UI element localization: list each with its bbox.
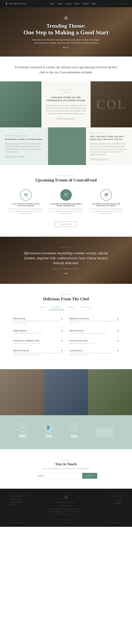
menu-item-desc-4: Alfino Carrots · Alfino Carrot · Theme ·… bbox=[69, 332, 119, 334]
nav-logo[interactable]: CENTRALFOOD bbox=[5, 2, 26, 5]
hero-dot-2[interactable] bbox=[65, 47, 67, 48]
three-col-section: FROM THE BLOG STRANGE STORY OF THE EMERG… bbox=[0, 81, 132, 128]
menu-item-desc-1: Risotto Antipasti Pasta · Big Gnocchi · … bbox=[13, 320, 63, 324]
footer-founded-text: Founded in 2009 by self taught performer… bbox=[47, 508, 80, 515]
feedback-dot-1[interactable] bbox=[63, 273, 64, 274]
gallery-image-2 bbox=[44, 369, 88, 415]
event-day-1: 12 bbox=[24, 193, 28, 196]
show-more-button[interactable]: SHOW MORE bbox=[55, 222, 77, 227]
social-right-text: Nulla consequat oportunit ornare id. Sim… bbox=[90, 142, 128, 156]
hero-dot-3[interactable] bbox=[68, 47, 69, 48]
intro-italic-2: atmosphere bbox=[67, 71, 81, 74]
social-left-link[interactable]: OUR FACEBOOK PAGE bbox=[5, 156, 25, 158]
event-text-1: Nulla consequat oportunit ornare id. Sim… bbox=[8, 208, 43, 215]
stat-clients-icon: 👤 bbox=[44, 424, 52, 432]
footer-address-title: OUR CENTRAL PARK bbox=[10, 495, 47, 497]
feedback-dot-2[interactable] bbox=[65, 273, 67, 274]
stat-awards-label: AWARDS bbox=[70, 440, 78, 441]
social-vimeo-icon[interactable]: v bbox=[124, 3, 124, 4]
footer-address-col: OUR CENTRAL PARK 220 CENTRAL PARK LONDON… bbox=[10, 495, 47, 506]
nav-home[interactable]: Home bbox=[49, 3, 55, 4]
stat-dishes-number: 983 bbox=[19, 434, 27, 439]
stat-awards-number: 356 bbox=[70, 434, 78, 439]
footer-twitter-link[interactable]: TWITTER bbox=[116, 498, 122, 500]
hero-dot-1[interactable] bbox=[63, 47, 64, 48]
menu-item-desc-2: Atlantic Seafood Soup · Clams · Prawns ·… bbox=[69, 320, 119, 324]
social-twitter-icon[interactable]: t bbox=[122, 3, 122, 4]
menu-item-3: FARM GREENS $9 Finest Antipasti Pasta · … bbox=[10, 327, 66, 337]
footer-copyright: CentralFood 2016 bbox=[61, 522, 72, 524]
newsletter-email-input[interactable] bbox=[35, 473, 82, 479]
stat-clients-label: CLIENTS bbox=[44, 440, 52, 441]
tab-desserts[interactable]: DESSERTS bbox=[78, 305, 94, 310]
hero-dots bbox=[63, 47, 69, 48]
menu-item-5: FAIRYTALE PUMPKIN SOUP $9 Asinine Berrie… bbox=[10, 337, 66, 347]
menu-item-price-7: $9 bbox=[61, 350, 63, 352]
story-label: FROM THE BLOG bbox=[58, 90, 74, 91]
tab-entrees[interactable]: ENTREES bbox=[49, 305, 64, 310]
newsletter-label: CONTACT bbox=[10, 459, 122, 460]
nav-events[interactable]: Events bbox=[66, 3, 72, 4]
menu-item-price-2: $9 bbox=[117, 318, 119, 320]
menu-grid: FRAN SALAD $9 Risotto Antipasti Pasta · … bbox=[10, 315, 122, 359]
newsletter-signup-button[interactable]: SIGN UP bbox=[82, 473, 97, 479]
footer-logo-name: CENTRALFOOD bbox=[47, 502, 85, 503]
footer-facebook-link[interactable]: FACEBOOK bbox=[115, 500, 122, 502]
stat-clients-number: 204 bbox=[44, 434, 52, 439]
footer-social-col: FOLLOW US TWITTER FACEBOOK INSTAGRAM bbox=[85, 495, 122, 504]
menu-item-7: RICOTTA SALAD $9 Radicwood Scallop · Ric… bbox=[10, 347, 66, 359]
menu-item-name-4: GRILLED VEAL bbox=[69, 330, 84, 332]
menu-item-1: FRAN SALAD $9 Risotto Antipasti Pasta · … bbox=[10, 315, 66, 327]
menu-item-name-2: BRODETTO DI PESCE bbox=[69, 318, 89, 320]
nav-menu[interactable]: Menu bbox=[75, 3, 80, 4]
hero-text: Maecenas lorem ante luctus odio aliquet … bbox=[31, 38, 101, 44]
event-title-3: COLORFUL LASER SHOW AND AMAZING DJ FIEST… bbox=[89, 203, 124, 206]
stat-special-title: WE COOK bbox=[99, 430, 109, 432]
nav-about[interactable]: About bbox=[57, 3, 63, 4]
footer-instagram-link[interactable]: INSTAGRAM bbox=[114, 503, 122, 504]
story-title: STRANGE STORY OF THE EMERGENCE OF CENTRA… bbox=[45, 96, 87, 102]
event-date-3: 20 AUGUST bbox=[100, 189, 112, 201]
story-text: Nulla consequat oportunit ornare id. Sim… bbox=[45, 104, 87, 115]
stat-special: WE COOK EVERYDAY bbox=[95, 427, 113, 438]
footer-days: FRIDAY - SATURDAY bbox=[109, 522, 122, 524]
nav-blog[interactable]: Blog bbox=[92, 3, 96, 4]
events-section: FROM OUR BLOG Upcoming Events of Central… bbox=[0, 165, 132, 237]
footer-hours: SUNDAY - THURSDAY bbox=[10, 522, 24, 524]
feedback-section: FEEDBACK Effectiveness investment storyt… bbox=[0, 237, 132, 284]
hero-subtitle: One Step to Making a Good Start bbox=[23, 29, 109, 36]
nav-gallery[interactable]: Gallery bbox=[83, 3, 89, 4]
menu-item-price-3: $9 bbox=[61, 330, 63, 332]
hero-section: Trending Theme: One Step to Making a Goo… bbox=[0, 7, 132, 56]
footer-founded-title: FOUNDED IN 2009 bbox=[47, 505, 85, 507]
social-center-image bbox=[48, 128, 86, 165]
event-title-2: CONCERT OF BRITISH CHILDREN WITH TAMBURI… bbox=[48, 203, 84, 206]
footer-top: OUR CENTRAL PARK 220 CENTRAL PARK LONDON… bbox=[10, 495, 122, 520]
social-pinterest-icon[interactable]: p bbox=[126, 3, 127, 4]
event-day-3: 20 bbox=[104, 193, 108, 196]
menu-item-name-8: CANNESTELLI bbox=[69, 350, 83, 352]
social-facebook-icon[interactable]: f bbox=[119, 3, 120, 4]
tab-meat[interactable]: MEAT bbox=[38, 305, 49, 310]
story-link[interactable]: MORE IN OUR BLOG bbox=[57, 118, 75, 120]
event-text-3: Nulla consequat oportunit ornare id. Sim… bbox=[89, 208, 124, 215]
feedback-dots bbox=[63, 273, 69, 274]
tab-drinks[interactable]: DRINKS bbox=[64, 305, 78, 310]
stat-dishes-label: DISHES bbox=[19, 440, 27, 441]
menu-item-name-3: FARM GREENS bbox=[13, 330, 27, 332]
navigation: CENTRALFOOD Home About Events Menu Galle… bbox=[0, 0, 132, 7]
hero-title: Trending Theme: One Step to Making a Goo… bbox=[23, 23, 109, 36]
footer-social-title: FOLLOW US bbox=[111, 495, 122, 497]
col-image-left bbox=[0, 81, 41, 128]
menu-title: Delicious From The Chef bbox=[10, 296, 122, 302]
newsletter-form: SIGN UP bbox=[35, 473, 97, 479]
menu-item-price-4: $9 bbox=[117, 330, 119, 332]
gallery-image-1 bbox=[0, 369, 44, 415]
social-left-text: Nulla consequat oportunit ornare id. Sim… bbox=[5, 142, 43, 153]
feedback-dot-3[interactable] bbox=[68, 273, 69, 274]
nav-social: f t v p bbox=[119, 3, 127, 4]
social-right-col: FROM THE BLOG ONLY THE BEST FOOD, THE BE… bbox=[86, 128, 132, 165]
menu-item-8: CANNESTELLI $9 Ricot Antipasti Pasta · A… bbox=[66, 347, 122, 359]
social-right-link[interactable]: MORE IN OUR BLOG bbox=[90, 158, 108, 160]
event-text-2: Nulla consequat oportunit ornare id. Sim… bbox=[48, 208, 84, 215]
